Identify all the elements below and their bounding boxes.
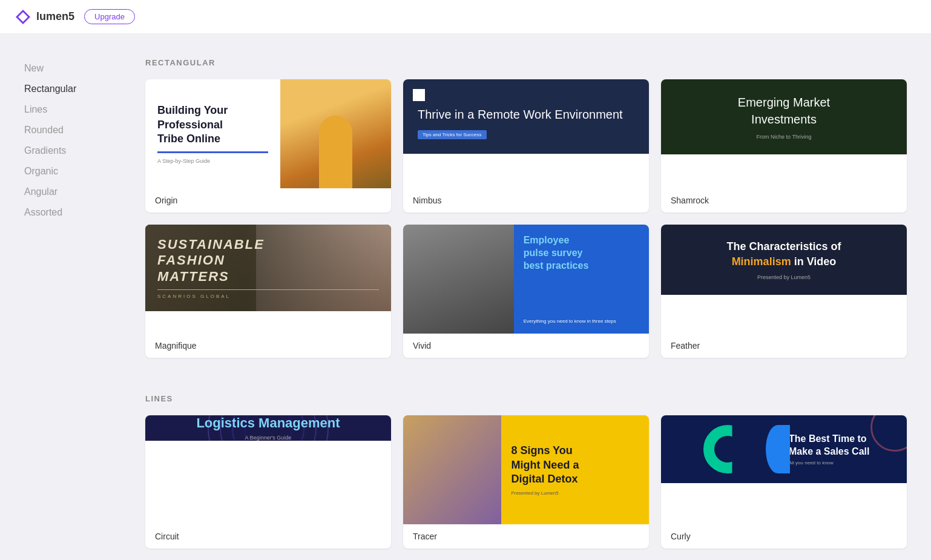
nimbus-badge: Tips and Tricks for Success (418, 130, 487, 139)
nimbus-label: Nimbus (403, 188, 649, 212)
sidebar-item-lines[interactable]: Lines (24, 99, 121, 120)
upgrade-button[interactable]: Upgrade (84, 9, 135, 24)
logo-icon (15, 8, 31, 25)
vivid-label: Vivid (403, 334, 649, 358)
sidebar-item-rectangular[interactable]: Rectangular (24, 79, 121, 99)
origin-label: Origin (145, 188, 391, 212)
lines-section-title: LINES (145, 394, 907, 403)
template-card-origin[interactable]: Building Your Professional Tribe Online … (145, 79, 391, 212)
template-card-vivid[interactable]: Employee pulse survey best practices Eve… (403, 225, 649, 358)
nimbus-preview: Thrive in a Remote Work Environment Tips… (403, 79, 649, 188)
curly-label: Curly (661, 524, 907, 548)
logo[interactable]: lumen5 (15, 8, 74, 25)
tracer-image (403, 415, 501, 524)
origin-subtitle: A Step-by-Step Guide (157, 158, 268, 164)
shamrock-subtitle: From Niche to Thriving (757, 134, 812, 140)
rectangular-grid: Building Your Professional Tribe Online … (145, 79, 907, 358)
logo-text: lumen5 (36, 10, 74, 23)
circuit-text-area: Logistics Management A Beginner's Guide (196, 415, 340, 441)
app-layout: New Rectangular Lines Rounded Gradients … (0, 34, 931, 560)
curly-logo-area (671, 425, 784, 473)
vivid-text-area: Employee pulse survey best practices Eve… (514, 225, 649, 334)
tracer-preview: 8 Signs You Might Need a Digital Detox P… (403, 415, 649, 524)
sidebar-item-organic[interactable]: Organic (24, 161, 121, 182)
sidebar-item-new[interactable]: New (24, 58, 121, 79)
nimbus-title: Thrive in a Remote Work Environment (418, 106, 634, 123)
feather-title: The Characteristics of Minimalism in Vid… (726, 239, 841, 269)
origin-preview: Building Your Professional Tribe Online … (145, 79, 391, 188)
shamrock-label: Shamrock (661, 188, 907, 212)
magnifique-preview: SUSTAINABLE FASHION MATTERS SCANRIOS GLO… (145, 225, 391, 334)
rectangular-section: RECTANGULAR Building Your Professional T… (145, 58, 907, 358)
template-card-circuit[interactable]: Logistics Management A Beginner's Guide … (145, 415, 391, 548)
lines-grid: Logistics Management A Beginner's Guide … (145, 415, 907, 548)
curly-subtitle: All you need to know (789, 460, 897, 466)
sidebar: New Rectangular Lines Rounded Gradients … (0, 34, 121, 560)
template-card-shamrock[interactable]: Emerging Market Investments From Niche t… (661, 79, 907, 212)
template-card-feather[interactable]: The Characteristics of Minimalism in Vid… (661, 225, 907, 358)
magnifique-subtitle: SCANRIOS GLOBAL (157, 289, 379, 299)
shamrock-title: Emerging Market Investments (738, 94, 830, 128)
tracer-label: Tracer (403, 524, 649, 548)
template-card-nimbus[interactable]: Thrive in a Remote Work Environment Tips… (403, 79, 649, 212)
template-card-magnifique[interactable]: SUSTAINABLE FASHION MATTERS SCANRIOS GLO… (145, 225, 391, 358)
sidebar-item-gradients[interactable]: Gradients (24, 140, 121, 161)
feather-preview: The Characteristics of Minimalism in Vid… (661, 225, 907, 334)
circuit-title: Logistics Management (196, 415, 340, 431)
tracer-text-area: 8 Signs You Might Need a Digital Detox P… (501, 415, 649, 524)
circuit-label: Circuit (145, 524, 391, 548)
feather-label: Feather (661, 334, 907, 358)
tracer-title: 8 Signs You Might Need a Digital Detox (511, 444, 639, 486)
nimbus-square-decoration (413, 89, 425, 101)
origin-title: Building Your Professional Tribe Online (157, 104, 268, 153)
vivid-preview: Employee pulse survey best practices Eve… (403, 225, 649, 334)
main-content: RECTANGULAR Building Your Professional T… (121, 34, 931, 560)
circuit-preview: Logistics Management A Beginner's Guide (145, 415, 391, 524)
rectangular-section-title: RECTANGULAR (145, 58, 907, 67)
curly-c-shape (703, 425, 752, 473)
vivid-image (403, 225, 514, 334)
sidebar-item-rounded[interactable]: Rounded (24, 120, 121, 140)
circuit-subtitle: A Beginner's Guide (196, 435, 340, 441)
template-card-tracer[interactable]: 8 Signs You Might Need a Digital Detox P… (403, 415, 649, 548)
feather-subtitle: Presented by Lumen5 (757, 274, 811, 280)
magnifique-label: Magnifique (145, 334, 391, 358)
origin-image (280, 79, 391, 188)
curly-wave-shape (766, 425, 790, 473)
origin-text-area: Building Your Professional Tribe Online … (145, 79, 280, 188)
curly-preview: The Best Time to Make a Sales Call All y… (661, 415, 907, 524)
lines-section: LINES (145, 394, 907, 548)
header: lumen5 Upgrade (0, 0, 931, 34)
tracer-subtitle: Presented by Lumen5 (511, 490, 639, 496)
vivid-subtitle: Everything you need to know in three ste… (524, 318, 639, 324)
magnifique-text-area: SUSTAINABLE FASHION MATTERS SCANRIOS GLO… (145, 225, 391, 311)
magnifique-title: SUSTAINABLE FASHION MATTERS (157, 237, 379, 285)
template-card-curly[interactable]: The Best Time to Make a Sales Call All y… (661, 415, 907, 548)
shamrock-preview: Emerging Market Investments From Niche t… (661, 79, 907, 188)
sidebar-item-angular[interactable]: Angular (24, 182, 121, 202)
vivid-title: Employee pulse survey best practices (524, 234, 639, 272)
sidebar-item-assorted[interactable]: Assorted (24, 202, 121, 223)
